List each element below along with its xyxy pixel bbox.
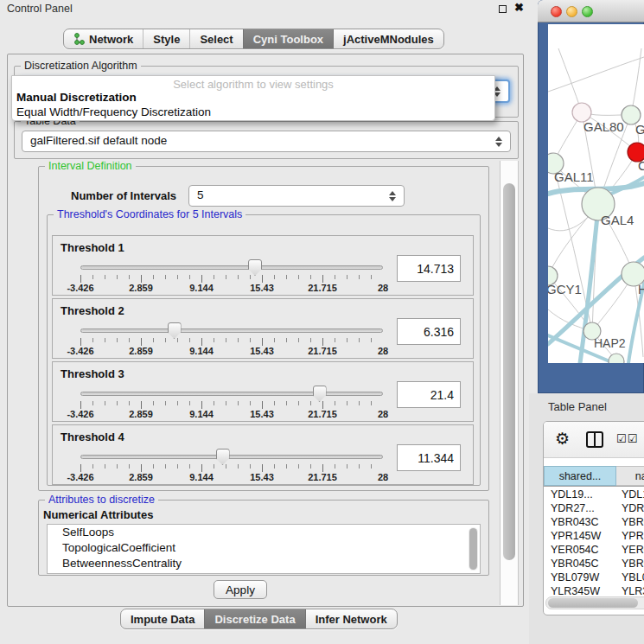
cell-name[interactable]: YBR045C [616, 557, 644, 571]
select-columns-checkboxes-icon[interactable]: ☑☑ [616, 432, 638, 445]
settings-scrollbar-thumb[interactable] [503, 183, 515, 560]
tab-select[interactable]: Select [189, 29, 242, 48]
tab-style[interactable]: Style [143, 29, 189, 48]
close-traffic-light-icon[interactable] [551, 6, 562, 17]
dropdown-option-equal-width[interactable]: Equal Width/Frequency Discretization [15, 105, 492, 120]
table-row[interactable]: YDL19...YDL19... [544, 488, 644, 501]
cell-shared-name[interactable]: YER054C [544, 543, 616, 557]
cell-name[interactable]: YBR043C [616, 515, 644, 529]
node-bottom-partial[interactable] [609, 354, 624, 363]
apply-button[interactable]: Apply [214, 580, 267, 599]
cell-shared-name[interactable]: YDR27... [544, 501, 616, 515]
table-row[interactable]: YBR045CYBR045C [544, 557, 644, 571]
list-scrollbar-thumb[interactable] [469, 528, 477, 570]
tick-label: 9.144 [189, 346, 214, 356]
column-header-shared-name[interactable]: shared... [544, 466, 616, 486]
network-graph: GAL80 GA C GAL11 GAL4 GCY1 HI HAP2 [548, 24, 644, 363]
numerical-attributes-label: Numerical Attributes [43, 508, 153, 521]
threshold-3-slider[interactable]: -3.4262.8599.14415.4321.71528 [80, 386, 383, 421]
cell-shared-name[interactable]: YDL19... [544, 488, 616, 501]
columns-icon[interactable] [586, 431, 603, 448]
tick-label: 21.715 [308, 346, 337, 356]
network-icon [73, 33, 85, 45]
slider-track [80, 392, 383, 396]
attributes-group-title: Attributes to discretize [45, 494, 158, 506]
cell-name[interactable]: YER054C [616, 543, 644, 557]
cell-name[interactable]: YBL079W [616, 571, 644, 584]
slider-thumb[interactable] [168, 322, 182, 339]
dropdown-option-manual[interactable]: Manual Discretization [15, 91, 492, 105]
table-hscrollbar-thumb[interactable] [548, 598, 638, 608]
dropdown-hint: Select algorithm to view settings [12, 78, 494, 91]
network-canvas[interactable]: GAL80 GA C GAL11 GAL4 GCY1 HI HAP2 [548, 24, 644, 363]
control-panel-titlebar: Control Panel ✖ [0, 0, 529, 17]
gear-icon[interactable]: ⚙ [555, 429, 570, 449]
node-label-cut-right: C [638, 158, 644, 173]
tab-infer-network[interactable]: Infer Network [305, 609, 397, 628]
table-panel-title: Table Panel [548, 400, 607, 413]
threshold-4-label: Threshold 4 [61, 430, 124, 443]
close-icon[interactable]: ✖ [514, 1, 524, 14]
cell-shared-name[interactable]: YBL079W [544, 571, 616, 584]
cell-name[interactable]: YDL19... [616, 488, 644, 501]
tab-discretize-data[interactable]: Discretize Data [204, 609, 304, 628]
number-of-intervals-combobox[interactable]: 5 [188, 185, 405, 207]
list-item[interactable]: SelfLoops [48, 525, 480, 540]
combo-arrows-icon [389, 188, 397, 205]
tick-label: 15.43 [250, 283, 274, 293]
table-row[interactable]: YDR27...YDR27... [544, 501, 644, 515]
minimize-traffic-light-icon[interactable] [566, 6, 577, 17]
float-window-icon[interactable] [499, 5, 507, 13]
table-hscrollbar-track[interactable] [545, 596, 644, 609]
tick-label: 9.144 [189, 283, 214, 293]
tab-cyni-toolbox[interactable]: Cyni Toolbox [243, 29, 333, 48]
slider-thumb[interactable] [248, 259, 262, 276]
table-row[interactable]: YPR145WYPR145W [544, 529, 644, 543]
list-scrollbar-track[interactable] [469, 527, 478, 571]
tick-label: -3.426 [67, 472, 93, 482]
table-header-row: shared... name [544, 466, 644, 487]
tick-label: 21.715 [308, 283, 337, 293]
slider-tick-labels: -3.4262.8599.14415.4321.71528 [80, 346, 383, 356]
cell-shared-name[interactable]: YPR145W [544, 529, 616, 543]
numerical-attributes-list[interactable]: SelfLoopsTopologicalCoefficientBetweenne… [47, 524, 481, 574]
tab-jactivemnodules[interactable]: jActiveMNodules [333, 29, 443, 48]
list-item[interactable]: BetweennessCentrality [48, 556, 480, 571]
cell-name[interactable]: YPR145W [616, 529, 644, 543]
list-item[interactable]: TopologicalCoefficient [48, 540, 480, 556]
settings-scrollbar-track[interactable] [500, 161, 519, 605]
threshold-1-value-input[interactable] [397, 255, 461, 282]
slider-track [80, 455, 383, 459]
slider-thumb[interactable] [313, 386, 327, 402]
network-window-titlebar[interactable] [538, 0, 644, 22]
column-header-name[interactable]: name [616, 466, 644, 486]
threshold-3-value-input[interactable] [397, 381, 461, 408]
tab-network[interactable]: Network [64, 29, 143, 48]
threshold-1-slider[interactable]: -3.4262.8599.14415.4321.71528 [80, 260, 383, 295]
tab-impute-data[interactable]: Impute Data [121, 609, 204, 628]
table-row[interactable]: YER054CYER054C [544, 543, 644, 557]
threshold-2-value-input[interactable] [397, 318, 461, 345]
cell-shared-name[interactable]: YBR043C [544, 515, 616, 529]
tick-label: 28 [378, 472, 388, 482]
cell-shared-name[interactable]: YBR045C [544, 557, 616, 571]
cyni-bottom-tabbar: Impute Data Discretize Data Infer Networ… [120, 609, 398, 629]
zoom-traffic-light-icon[interactable] [582, 6, 593, 17]
slider-thumb[interactable] [216, 449, 230, 465]
threshold-3-panel: Threshold 3 -3.4262.8599.14415.4321.7152… [52, 361, 474, 422]
threshold-2-slider[interactable]: -3.4262.8599.14415.4321.71528 [80, 323, 383, 358]
network-window[interactable]: GAL80 GA C GAL11 GAL4 GCY1 HI HAP2 [538, 0, 644, 393]
table-data-combobox[interactable]: galFiltered.sif default node [22, 131, 511, 152]
table-row[interactable]: YBL079WYBL079W [544, 571, 644, 584]
table-panel-card: ⚙ ☑☑ shared... name YDL19...YDL19...YDR2… [543, 421, 644, 615]
tick-label: 21.715 [308, 409, 337, 419]
cell-name[interactable]: YDR27... [616, 501, 644, 515]
number-of-intervals-value: 5 [197, 188, 204, 201]
tick-label: 9.144 [189, 472, 214, 482]
table-row[interactable]: YBR043CYBR043C [544, 515, 644, 529]
threshold-4-slider[interactable]: -3.4262.8599.14415.4321.71528 [80, 450, 383, 484]
node-label-cut-right: GA [635, 122, 644, 137]
threshold-4-value-input[interactable] [397, 444, 461, 471]
discretization-algorithm-title: Discretization Algorithm [21, 60, 141, 72]
tick-label: 2.859 [129, 472, 153, 482]
